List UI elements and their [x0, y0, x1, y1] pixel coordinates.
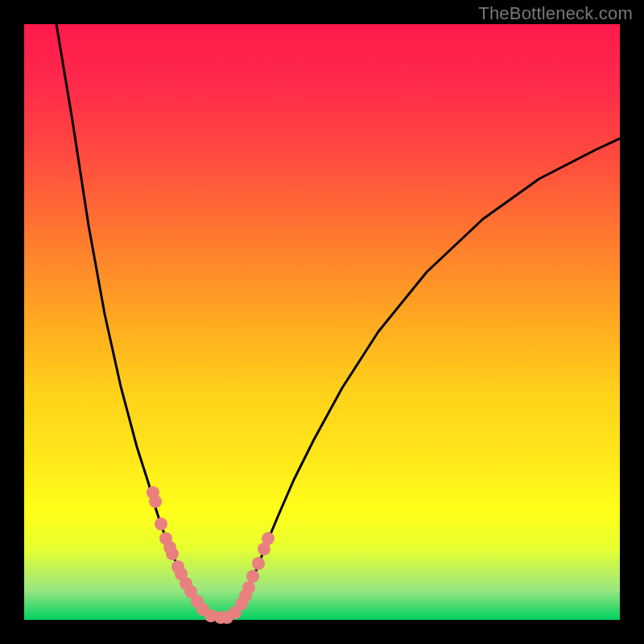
data-point [252, 557, 265, 570]
bottleneck-curve [56, 24, 620, 618]
data-point [262, 532, 275, 545]
data-point [149, 495, 162, 508]
data-point [155, 518, 167, 530]
data-point [166, 547, 179, 560]
watermark-text: TheBottleneck.com [478, 3, 633, 24]
data-point [246, 570, 259, 583]
chart-svg [24, 24, 620, 620]
data-point [242, 581, 255, 594]
plot-area [24, 24, 620, 620]
curve-path [56, 24, 620, 618]
chart-frame: TheBottleneck.com [0, 0, 644, 644]
data-point-markers [147, 486, 275, 624]
